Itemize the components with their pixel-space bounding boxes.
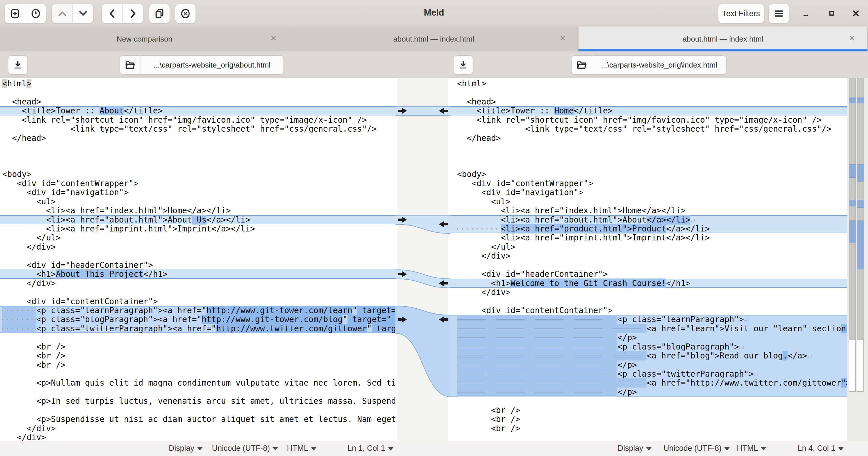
save-right-file-button[interactable]: [453, 55, 473, 75]
hamburger-icon: [773, 8, 784, 19]
code-line: [0, 88, 395, 97]
display-dropdown-left[interactable]: Display: [169, 444, 203, 453]
left-code-pane[interactable]: <html> <head> <title>Tower :: About</tit…: [0, 78, 395, 441]
code-line: </div>: [451, 251, 847, 260]
code-line: <li><a href="imprint.html">Imprint</a></…: [0, 224, 395, 233]
code-line: <p class="blogParagraph">↵: [451, 342, 847, 351]
code-line: <br />: [451, 406, 847, 415]
text-filters-button[interactable]: Text Filters: [718, 4, 764, 23]
code-line: <li><a href="about.html">About</a></li>↵: [451, 215, 847, 224]
code-line: [0, 143, 395, 151]
tab-new-comparison[interactable]: New comparison ✕: [0, 27, 289, 51]
code-line: <body>: [0, 170, 395, 179]
code-line: </div>: [0, 279, 395, 288]
code-line: <br />: [0, 361, 395, 369]
tab-marker-arrows: [457, 383, 642, 383]
code-line: [451, 88, 847, 97]
newline-marker: ↵: [753, 369, 758, 379]
code-line: <p class="learnParagraph"><a href="http:…: [0, 306, 395, 315]
code-line: <link rel="shortcut icon" href="img/favi…: [451, 115, 847, 124]
code-line: <h1>About This Project</h1>: [0, 269, 395, 279]
code-line: <p class="twitterParagraph">↵: [451, 369, 847, 378]
tab-close-icon[interactable]: ✕: [559, 33, 566, 43]
code-line: <div id="contentWrapper">: [451, 179, 847, 188]
space-marker-dots: [457, 228, 501, 229]
header-bar: Meld Text Filters: [0, 0, 868, 27]
code-line: </div>: [0, 424, 395, 433]
code-line: </div>: [0, 243, 395, 251]
cursor-position-right[interactable]: Ln 4, Col 1: [798, 444, 843, 453]
code-line: [0, 333, 395, 342]
code-line: <p class="learnParagraph">↵: [451, 315, 847, 324]
file-chooser-row: ...\carparts-website_orig\about.html ...…: [0, 51, 868, 78]
code-line: <div id="headerContainer">: [0, 261, 395, 269]
right-scrollbar-thumb[interactable]: [857, 340, 864, 392]
tab-marker-arrows: [457, 392, 613, 393]
display-dropdown-right[interactable]: Display: [618, 444, 651, 453]
code-line: <head>: [0, 97, 395, 106]
code-line: [0, 369, 395, 378]
diff-code-area: <html> <head> <title>Tower :: About</tit…: [0, 78, 868, 441]
tab-comparison-1[interactable]: about.html — index.html ✕: [289, 27, 579, 51]
code-line: <title>Tower :: About</title>: [0, 106, 395, 115]
syntax-dropdown-right[interactable]: HTML: [737, 444, 766, 453]
code-line: <a href="blog">Read our blog.</a>↵: [451, 351, 847, 360]
save-icon: [13, 60, 23, 70]
menu-button[interactable]: [769, 4, 789, 23]
code-line: </ul>: [451, 243, 847, 251]
right-file-overview-map[interactable]: [857, 78, 864, 340]
chevron-down-icon: [646, 447, 651, 451]
code-line: <p class="twitterParagraph"><a href="htt…: [0, 324, 395, 333]
maximize-icon: [827, 8, 837, 18]
code-line: </ul>: [0, 233, 395, 242]
code-line: <br />: [451, 424, 847, 433]
code-line: <div id="headerContainer">: [451, 269, 847, 279]
tab-close-icon[interactable]: ✕: [849, 33, 855, 43]
tab-marker-arrows: [457, 329, 642, 329]
code-line: [0, 161, 395, 170]
close-window-button[interactable]: [849, 7, 862, 20]
code-line: [0, 288, 395, 297]
right-code-pane[interactable]: <html> <head> <title>Tower :: Home</titl…: [451, 78, 847, 441]
newline-marker: ↵: [744, 315, 749, 324]
code-line: <li><a href="index.html">Home</a></li>: [0, 206, 395, 215]
code-line: <title>Tower :: Home</title>: [451, 106, 847, 115]
code-line: <li><a href="index.html">Home</a></li>: [451, 206, 847, 215]
encoding-dropdown-right[interactable]: Unicode (UTF-8): [663, 444, 730, 453]
encoding-dropdown-left[interactable]: Unicode (UTF-8): [212, 444, 278, 453]
save-left-file-button[interactable]: [8, 55, 28, 75]
chevron-down-icon: [273, 447, 278, 451]
tab-label: about.html — index.html: [393, 35, 474, 44]
code-line: <div id="contentContainer">: [451, 306, 847, 315]
code-line: [451, 152, 847, 161]
left-file-chooser[interactable]: ...\carparts-website_orig\about.html: [120, 55, 284, 75]
left-file-overview-map[interactable]: [849, 78, 856, 340]
cursor-position-left[interactable]: Ln 1, Col 1: [347, 444, 393, 453]
open-folder-icon: [571, 56, 592, 74]
right-file-chooser[interactable]: ...\carparts-website_orig\index.html: [571, 55, 726, 75]
code-line: [451, 161, 847, 170]
code-line: <a href="learn">Visit our "learn" sectio…: [451, 324, 847, 333]
save-icon: [458, 60, 468, 70]
tab-comparison-2-active[interactable]: about.html — index.html ✕: [579, 27, 868, 51]
tab-close-icon[interactable]: ✕: [270, 33, 277, 43]
status-bar: Display Unicode (UTF-8) HTML Ln 1, Col 1…: [0, 441, 868, 456]
code-line: <html>: [451, 79, 847, 88]
tab-label: New comparison: [117, 35, 173, 44]
syntax-dropdown-left[interactable]: HTML: [287, 444, 316, 453]
tab-bar: New comparison ✕ about.html — index.html…: [0, 27, 868, 52]
code-line: [0, 152, 395, 161]
code-line: </p>: [451, 333, 847, 342]
maximize-button[interactable]: [825, 7, 838, 20]
code-line: <div id="navigation">: [0, 188, 395, 197]
close-icon: [851, 8, 861, 18]
code-line: [451, 143, 847, 151]
code-line: <a href="http://www.twitter.com/gittower…: [451, 378, 847, 387]
right-file-path: ...\carparts-website_orig\index.html: [592, 56, 726, 74]
code-line: [0, 388, 395, 397]
minimize-button[interactable]: [799, 7, 812, 20]
left-scrollbar-thumb[interactable]: [849, 340, 856, 392]
code-line: <body>: [451, 170, 847, 179]
code-line: [451, 297, 847, 306]
code-line: <div id="contentContainer">: [0, 297, 395, 306]
